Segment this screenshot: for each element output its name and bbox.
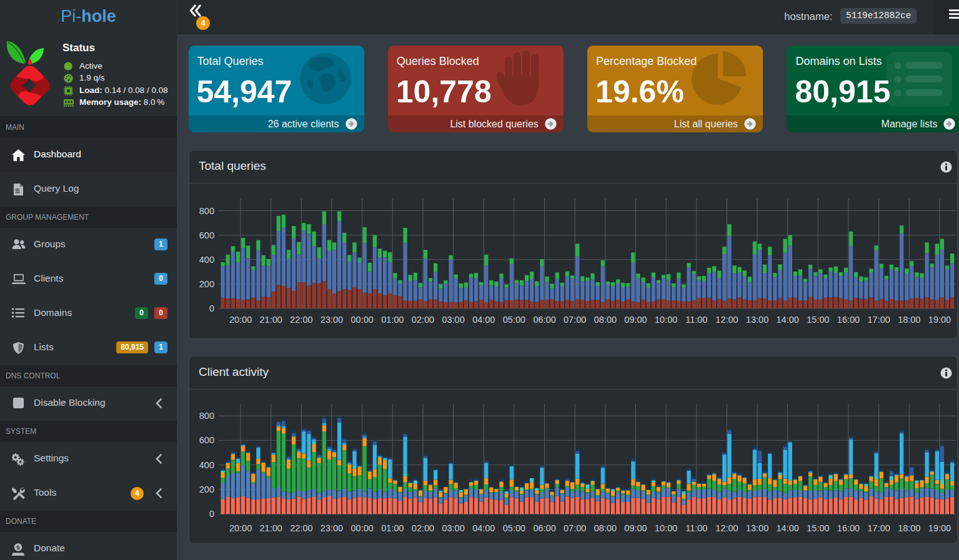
svg-text:$: $ bbox=[16, 544, 20, 551]
